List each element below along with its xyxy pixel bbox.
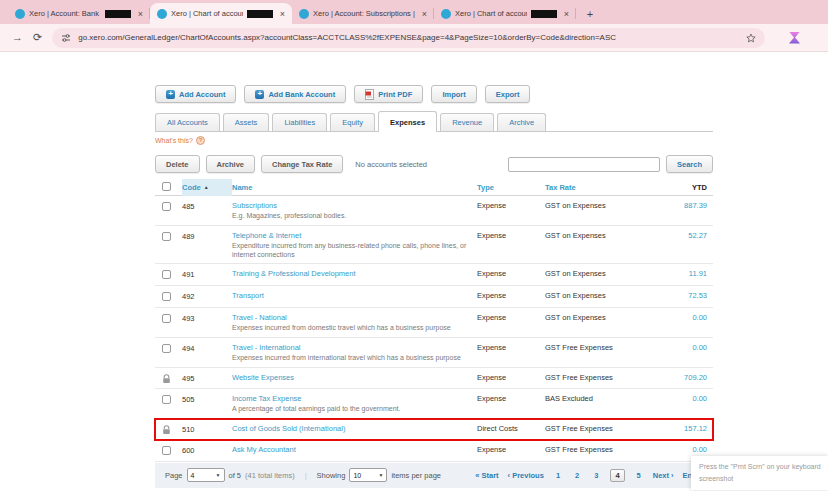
account-name-link[interactable]: Cost of Goods Sold (International) — [232, 424, 477, 433]
archive-button[interactable]: Archive — [206, 155, 256, 173]
account-ytd-link[interactable]: 887.39 — [645, 201, 713, 210]
plus-icon: + — [166, 90, 175, 99]
xero-favicon — [15, 9, 25, 19]
pdf-icon — [365, 89, 374, 100]
account-type: Direct Costs — [477, 424, 545, 433]
import-button[interactable]: Import — [431, 85, 476, 103]
account-ytd-link[interactable]: 0.00 — [645, 394, 713, 403]
export-button[interactable]: Export — [485, 85, 531, 103]
page-number-5[interactable]: 5 — [634, 470, 644, 481]
bookmark-star-icon[interactable] — [746, 33, 756, 43]
row-checkbox[interactable] — [162, 232, 171, 241]
account-type: Expense — [477, 313, 545, 322]
change-tax-rate-button[interactable]: Change Tax Rate — [261, 155, 343, 173]
account-ytd-link[interactable]: 0.00 — [645, 313, 713, 322]
account-name-link[interactable]: Travel - International — [232, 343, 477, 352]
page-number-2[interactable]: 2 — [572, 470, 582, 481]
column-header-code[interactable]: Code ▲ — [182, 179, 232, 196]
account-ytd-link[interactable]: 157.12 — [645, 424, 713, 433]
row-checkbox[interactable] — [162, 270, 171, 279]
row-checkbox[interactable] — [162, 344, 171, 353]
table-row: 493 Travel - National Expenses incurred … — [155, 308, 713, 338]
page-number-3[interactable]: 3 — [591, 470, 601, 481]
column-header-tax-rate[interactable]: Tax Rate — [545, 183, 645, 192]
account-type: Expense — [477, 269, 545, 278]
row-checkbox[interactable] — [162, 395, 171, 404]
tab-all-accounts[interactable]: All Accounts — [155, 113, 220, 131]
account-name-link[interactable]: Subscriptions — [232, 201, 477, 210]
previous-page-link[interactable]: ‹ Previous — [508, 471, 544, 480]
column-header-ytd[interactable]: YTD — [645, 183, 713, 192]
browser-tab-chart-of-accounts-2[interactable]: Xero | Chart of accounts | × — [434, 3, 576, 24]
table-row: 505 Income Tax Expense A percentage of t… — [155, 389, 713, 419]
account-name-link[interactable]: Transport — [232, 291, 477, 300]
row-checkbox[interactable] — [162, 292, 171, 301]
redaction-box — [247, 10, 273, 18]
reload-icon[interactable]: ⟳ — [33, 32, 42, 43]
page-number-4-current[interactable]: 4 — [610, 469, 624, 482]
redaction-box — [531, 10, 557, 18]
whats-this-label: What's this? — [155, 137, 193, 144]
account-name-link[interactable]: Income Tax Expense — [232, 394, 477, 403]
forward-icon[interactable]: → — [12, 32, 23, 43]
table-row-highlighted: 510 Cost of Goods Sold (International) D… — [155, 419, 713, 440]
whats-this-link[interactable]: What's this? ? — [155, 136, 713, 145]
page-select[interactable]: 4 ▼ — [187, 468, 225, 482]
tab-close-icon[interactable]: × — [422, 10, 427, 18]
account-name-link[interactable]: Ask My Accountant — [232, 445, 477, 454]
account-name-link[interactable]: Travel - National — [232, 313, 477, 322]
account-name-link[interactable]: Training & Professional Development — [232, 269, 477, 278]
tab-archive[interactable]: Archive — [497, 113, 546, 131]
tab-liabilities[interactable]: Liabilities — [272, 113, 327, 131]
browser-tab-subscriptions[interactable]: Xero | Account: Subscriptions | × — [292, 3, 434, 24]
tab-close-icon[interactable]: × — [564, 10, 569, 18]
tab-equity[interactable]: Equity — [330, 113, 375, 131]
row-checkbox[interactable] — [162, 202, 171, 211]
site-settings-icon[interactable] — [61, 33, 71, 43]
account-name-link[interactable]: Telephone & Internet — [232, 231, 477, 240]
account-description: Expenditure incurred from any business-r… — [232, 242, 477, 260]
select-all-checkbox[interactable] — [162, 182, 171, 191]
account-ytd-link[interactable]: 52.27 — [645, 231, 713, 240]
items-per-page-select[interactable]: 10 ▼ — [349, 468, 387, 482]
row-checkbox[interactable] — [162, 446, 171, 455]
account-type: Expense — [477, 445, 545, 454]
export-label: Export — [496, 90, 520, 99]
address-bar[interactable]: go.xero.com/GeneralLedger/ChartOfAccount… — [52, 28, 765, 48]
next-page-link[interactable]: Next › — [653, 471, 674, 480]
account-ytd-link[interactable]: 709.20 — [645, 373, 713, 382]
print-pdf-button[interactable]: Print PDF — [354, 85, 423, 103]
browser-tab-title: Xero | Chart of accounts | — [455, 9, 527, 18]
search-button[interactable]: Search — [666, 155, 713, 173]
tab-revenue[interactable]: Revenue — [440, 113, 494, 131]
add-account-button[interactable]: + Add Account — [155, 85, 236, 103]
row-checkbox[interactable] — [162, 314, 171, 323]
tab-expenses[interactable]: Expenses — [378, 111, 437, 132]
tab-close-icon[interactable]: × — [138, 10, 143, 18]
account-ytd-link[interactable]: 0.00 — [645, 445, 713, 454]
account-tax-rate: GST Free Expenses — [545, 373, 645, 382]
start-page-link[interactable]: « Start — [475, 471, 498, 480]
url-text[interactable]: go.xero.com/GeneralLedger/ChartOfAccount… — [78, 33, 739, 42]
tab-close-icon[interactable]: × — [280, 10, 285, 18]
browser-tab-chart-of-accounts-active[interactable]: Xero | Chart of accounts | × — [150, 3, 292, 24]
search-input[interactable] — [508, 157, 660, 172]
column-header-name[interactable]: Name — [232, 183, 477, 192]
add-bank-account-button[interactable]: + Add Bank Account — [244, 85, 346, 103]
account-ytd-link[interactable]: 72.53 — [645, 291, 713, 300]
new-tab-button[interactable]: + — [582, 6, 598, 22]
lock-icon — [162, 425, 182, 435]
account-ytd-link[interactable]: 11.91 — [645, 269, 713, 278]
tab-assets[interactable]: Assets — [223, 113, 270, 131]
account-description: E.g. Magazines, professional bodies. — [232, 212, 477, 221]
column-header-type[interactable]: Type — [477, 183, 545, 192]
browser-tab-bank-fees[interactable]: Xero | Account: Bank Fees | × — [8, 3, 150, 24]
page-number-1[interactable]: 1 — [553, 470, 563, 481]
browser-extension-icon[interactable] — [789, 32, 800, 44]
delete-button[interactable]: Delete — [155, 155, 200, 173]
account-ytd-link[interactable]: 0.00 — [645, 343, 713, 352]
import-label: Import — [442, 90, 465, 99]
lock-icon — [162, 374, 182, 384]
account-name-link[interactable]: Website Expenses — [232, 373, 477, 382]
account-code: 492 — [182, 291, 232, 301]
